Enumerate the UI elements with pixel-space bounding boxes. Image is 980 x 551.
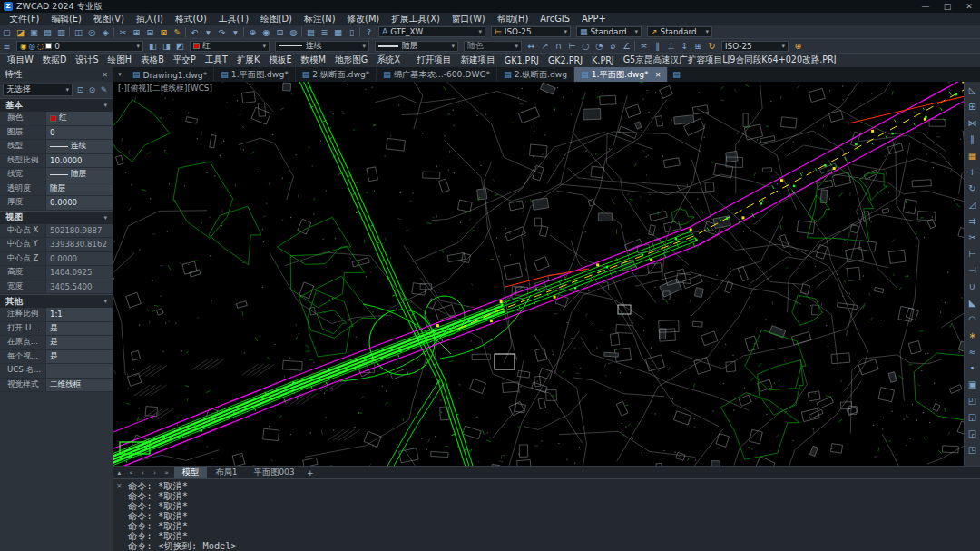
explode-icon[interactable]: ∗	[965, 328, 980, 344]
menu-file[interactable]: 文件(F)	[4, 13, 45, 25]
doc-tab-mianguang-jibennong[interactable]: ▤ 绵广基本农...-600.DWG* ✕	[377, 67, 497, 82]
zoom-previous-icon[interactable]: ◍	[287, 26, 300, 38]
layer-states-icon[interactable]: ◩	[173, 40, 187, 52]
menu-app-plus[interactable]: APP+	[575, 13, 612, 25]
paste-icon[interactable]: ⊟	[143, 26, 157, 38]
dim-tolerance-icon[interactable]: ↕	[678, 40, 691, 52]
spline-icon[interactable]: ≈	[965, 344, 980, 360]
prev-tab-button[interactable]: ‹	[137, 467, 149, 478]
table-style-combo[interactable]: ▦ Standard ▾	[576, 26, 642, 37]
zoom-window-icon[interactable]: ⊡	[273, 26, 287, 38]
dim-diameter-icon[interactable]: ⌀	[606, 40, 620, 52]
layer-combo[interactable]: ◉ ◎ ◌ 0 ▾	[16, 41, 143, 52]
save-as-icon[interactable]: ▤	[41, 26, 54, 38]
draw-order-above-icon[interactable]: ◲	[965, 426, 980, 442]
first-tab-button[interactable]: «	[125, 467, 137, 478]
project-menu-terrain[interactable]: 地形图G	[330, 54, 372, 66]
8-icon[interactable]	[633, 40, 637, 52]
erase-icon[interactable]: ◺	[965, 83, 980, 99]
viewport-controls[interactable]: [-][俯视][二维线框][WCS]	[118, 84, 212, 94]
layer-previous-icon[interactable]: ◨	[160, 40, 173, 52]
doc-tab-zongduanmian-1[interactable]: ▤ 2.纵断面.dwg* ✕	[296, 67, 377, 82]
property-ucs-icon-on[interactable]: 打开 U... 是	[0, 322, 113, 337]
point-icon[interactable]: •	[965, 360, 980, 377]
tool-palettes-icon[interactable]: ▯	[345, 26, 358, 38]
dim-leader-icon[interactable]: ⊥	[664, 40, 678, 52]
project-menu-intersection[interactable]: 平交P	[169, 54, 201, 66]
region-icon[interactable]: ▣	[965, 377, 980, 393]
menu-modify[interactable]: 修改(M)	[341, 13, 386, 25]
section-basic-header[interactable]: 基本 ▾	[0, 98, 113, 112]
25-icon[interactable]	[300, 26, 304, 38]
15-icon[interactable]	[184, 26, 188, 38]
project-menu-new-project[interactable]: 新建项目	[456, 54, 499, 66]
extend-icon[interactable]: ⊢	[965, 246, 980, 262]
layer-manager-icon[interactable]: ≣	[318, 26, 331, 38]
close-button[interactable]: ✕	[958, 0, 980, 13]
doc-tab-pingmiantu-1[interactable]: ▤ 1.平面图.dwg* ✕	[214, 67, 296, 82]
chamfer-icon[interactable]: ◣	[965, 295, 980, 311]
property-center-z[interactable]: 中心点 Z 0.0000	[0, 252, 113, 267]
dimension-style-combo[interactable]: ISO-25 ▾	[721, 41, 789, 52]
project-menu-drawing[interactable]: 绘图H	[103, 54, 136, 66]
plot-preview-icon[interactable]: ◫	[72, 26, 85, 38]
help-icon[interactable]: ?	[362, 26, 376, 38]
fillet-icon[interactable]: ◠	[965, 311, 980, 328]
project-menu-table[interactable]: 表格B	[136, 54, 169, 66]
project-menu-design[interactable]: 设计S	[71, 54, 103, 66]
property-center-x[interactable]: 中心点 X 502180.9887	[0, 224, 113, 239]
project-menu-template[interactable]: 模板E	[264, 54, 296, 66]
text-style-combo[interactable]: A GTF_XW ▾	[378, 26, 485, 37]
project-menu-extend[interactable]: 扩展K	[232, 54, 264, 66]
draw-order-below-icon[interactable]: ◳	[965, 442, 980, 458]
property-color[interactable]: 颜色 红	[0, 112, 113, 126]
project-menu-digital-model[interactable]: 数模M	[297, 54, 330, 66]
copy-icon[interactable]: ⊞	[965, 99, 980, 115]
30-icon[interactable]	[358, 26, 362, 38]
section-view-header[interactable]: 视图 ▾	[0, 211, 113, 224]
property-annotation-scale[interactable]: 注释比例 1:1	[0, 308, 113, 322]
draw-order-back-icon[interactable]: ◱	[965, 409, 980, 426]
copy-clip-icon[interactable]: ⊞	[130, 26, 143, 38]
plot-icon[interactable]: ▥	[54, 26, 68, 38]
project-menu-tools[interactable]: 工具T	[201, 54, 232, 66]
property-visual-style[interactable]: 视觉样式 二维线框	[0, 379, 113, 393]
property-linetype[interactable]: 线型 连续	[0, 140, 113, 154]
project-menu-project[interactable]: 项目W	[3, 54, 38, 66]
join-icon[interactable]: ∪	[965, 279, 980, 295]
trim-icon[interactable]: ✂	[965, 230, 980, 246]
dim-jogged-icon[interactable]: ◔	[593, 40, 606, 52]
quick-select-icon[interactable]: ✎	[98, 84, 110, 96]
pin-command-button[interactable]: ▴	[113, 467, 125, 478]
property-ucs-name[interactable]: UCS 名...	[0, 364, 113, 379]
doc-tab-drawing1[interactable]: ▤ Drawing1.dwg* ✕	[126, 67, 214, 82]
zoom-realtime-icon[interactable]: ◉	[260, 26, 273, 38]
new-drawing-button[interactable]: ▤	[668, 67, 684, 82]
break-icon[interactable]: ⊣	[965, 262, 980, 279]
layout-tab-layout1[interactable]: 布局1	[207, 467, 245, 478]
open-icon[interactable]: ◪	[14, 26, 27, 38]
project-menu-data[interactable]: 数据D	[38, 54, 72, 66]
publish-icon[interactable]: ◈	[99, 26, 113, 38]
9-icon[interactable]	[113, 26, 116, 38]
scale-icon[interactable]: ◿	[965, 197, 980, 213]
menu-window[interactable]: 窗口(W)	[446, 13, 491, 25]
menu-dimension[interactable]: 标注(N)	[298, 13, 341, 25]
linetype-combo[interactable]: 连续 ▾	[275, 41, 369, 52]
menu-help[interactable]: 帮助(H)	[491, 13, 534, 25]
property-thickness[interactable]: 厚度 0.0000	[0, 196, 113, 211]
pan-icon[interactable]: ⊕	[246, 26, 260, 38]
mirror-icon[interactable]: ⋈	[965, 115, 980, 132]
property-transparency[interactable]: 透明度 随层	[0, 182, 113, 197]
menu-arcgis[interactable]: ArcGIS	[534, 13, 576, 25]
properties-icon[interactable]: ▤	[304, 26, 318, 38]
menu-draw[interactable]: 绘图(D)	[255, 13, 299, 25]
20-icon[interactable]	[242, 26, 246, 38]
rotate-icon[interactable]: ↻	[965, 181, 980, 197]
minimize-button[interactable]: —	[915, 0, 936, 13]
layout-tab-pingmiantu003[interactable]: 平面图003	[246, 467, 303, 478]
menu-tools[interactable]: 工具(T)	[212, 13, 254, 25]
property-center-y[interactable]: 中心点 Y 3393830.8162	[0, 238, 113, 252]
mleader-style-combo[interactable]: ↗ Standard ▾	[647, 26, 712, 37]
section-other-header[interactable]: 其他 ▾	[0, 294, 113, 308]
